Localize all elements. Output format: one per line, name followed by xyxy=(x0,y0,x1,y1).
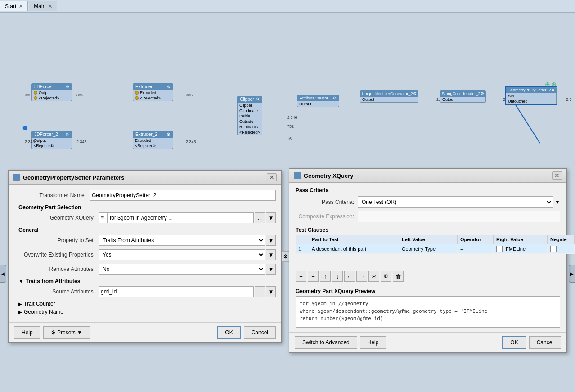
overwrite-row: Overwrite Existing Properties: Yes ▼ xyxy=(23,249,276,260)
traits-section-body: Source Attributes: ... ▼ xyxy=(23,286,276,297)
source-attributes-input[interactable] xyxy=(99,286,254,297)
general-section-label: General xyxy=(18,227,39,233)
trait-counter-label: Trait Counter xyxy=(24,301,55,307)
right-help-button[interactable]: Help xyxy=(360,336,386,349)
test-clauses-table: Part to Test Left Value Operator Right V… xyxy=(296,235,575,267)
left-dialog: GeometryPropertySetter Parameters ✕ Tran… xyxy=(8,170,282,343)
tab-start-close[interactable]: ✕ xyxy=(19,4,23,9)
td-negate-1[interactable] xyxy=(548,244,575,253)
canvas-area[interactable]: 3DForcer ⚙ Output <Rejected> 385 385 Ext… xyxy=(0,13,575,392)
source-attributes-dropdown[interactable]: ▼ xyxy=(266,286,276,297)
node-geompropertysetter[interactable]: ⊕ ⊕ GeometryPr...tySetter_2 ⚙ Set Untouc… xyxy=(505,86,557,105)
node-3dforcer2[interactable]: 🔵 3DForcer_2 ⚙ Output <Rejected> xyxy=(31,131,72,149)
badge-385-out: 385 xyxy=(76,93,83,97)
node-extruder2[interactable]: Extruder_2 ⚙ Extruded <Rejected> xyxy=(133,131,173,149)
node-geom-icon1[interactable]: ⊕ xyxy=(545,81,550,88)
node-extruder2-label: Extruder_2 xyxy=(135,132,157,137)
tab-start[interactable]: Start ✕ xyxy=(0,1,28,11)
right-dialog-content: Pass Criteria Pass Criteria: One Test (O… xyxy=(289,183,566,332)
toolbar-left-btn[interactable]: ← xyxy=(344,271,355,282)
toolbar-right-btn[interactable]: → xyxy=(356,271,367,282)
left-dialog-icon xyxy=(13,174,20,181)
remove-attr-select[interactable]: No xyxy=(99,264,265,275)
geometry-name-label: Geometry Name xyxy=(24,309,63,315)
property-to-set-select[interactable]: Traits From Attributes xyxy=(99,235,265,246)
node-3dforcer2-label: 3DForcer_2 xyxy=(34,132,58,137)
right-dialog-close[interactable]: ✕ xyxy=(552,171,562,180)
composite-expr-label: Composite Expression: xyxy=(296,213,354,220)
node-clipper[interactable]: Clipper ⚙ Clipper Candidate Inside Outsi… xyxy=(237,96,262,135)
th-num xyxy=(296,235,309,244)
toolbar-add-btn[interactable]: + xyxy=(296,271,306,282)
td-left-1[interactable]: Geometry Type xyxy=(399,245,458,253)
negate-checkbox-1[interactable] xyxy=(550,246,557,252)
toolbar-up-btn[interactable]: ↑ xyxy=(320,271,331,282)
geometry-part-selection-body: Geometry XQuery: ≡ ... ▼ xyxy=(23,212,276,223)
switch-advanced-button[interactable]: Switch to Advanced xyxy=(295,336,357,349)
node-geompropertysetter-label: GeometryPr...tySetter_2 xyxy=(508,88,551,92)
geometry-name-header[interactable]: ▶ Geometry Name xyxy=(18,309,276,315)
right-panel-handle[interactable]: ▶ xyxy=(569,265,575,283)
td-op-1[interactable]: = xyxy=(458,245,494,253)
badge-2346-clip: 2.346 xyxy=(287,115,297,120)
overwrite-dropdown[interactable]: ▼ xyxy=(266,249,276,260)
toolbar-remove-btn[interactable]: − xyxy=(308,271,319,282)
geometry-xquery-label: Geometry XQuery: xyxy=(23,215,95,221)
tab-bar: Start ✕ Main ✕ xyxy=(0,0,575,13)
toolbar-delete-btn[interactable]: 🗑 xyxy=(393,271,404,282)
remove-attr-field: No ▼ xyxy=(99,264,276,275)
test-clauses-section: Test Clauses Part to Test Left Value Ope… xyxy=(296,227,560,284)
node-attrcreator-label: AttributeCreator_3 xyxy=(300,96,333,100)
pass-criteria-select[interactable]: One Test (OR) xyxy=(358,196,553,208)
node-stringconcat[interactable]: StringCon...tenator_2 ⚙ Output xyxy=(440,90,486,103)
source-attributes-label: Source Attributes: xyxy=(23,288,95,295)
badge-16-clip: 16 xyxy=(287,136,292,141)
source-attributes-field: ... ▼ xyxy=(99,286,276,297)
composite-expr-input[interactable] xyxy=(358,211,560,222)
trait-counter-header[interactable]: ▶ Trait Counter xyxy=(18,301,276,307)
property-to-set-row: Property to Set: Traits From Attributes … xyxy=(23,235,276,246)
overwrite-select[interactable]: Yes xyxy=(99,249,265,260)
help-button[interactable]: Help xyxy=(14,326,40,339)
transformer-name-input[interactable] xyxy=(90,190,276,201)
pass-criteria-row: Pass Criteria: One Test (OR) ▼ xyxy=(296,196,560,208)
settings-handle[interactable]: ⚙ xyxy=(282,251,289,262)
tab-start-label: Start xyxy=(5,3,16,9)
presets-button[interactable]: ⚙ Presets ▼ xyxy=(43,326,90,339)
node-3dforcer[interactable]: 3DForcer ⚙ Output <Rejected> xyxy=(31,83,72,101)
toolbar-cut-btn[interactable]: ✂ xyxy=(368,271,379,282)
right-checkbox-1[interactable] xyxy=(496,246,503,252)
trait-counter-arrow: ▶ xyxy=(18,302,22,306)
toolbar-copy-btn[interactable]: ⧉ xyxy=(381,271,391,282)
tab-main[interactable]: Main ✕ xyxy=(29,1,57,11)
transformer-name-label: Transformer Name: xyxy=(14,192,86,198)
left-cancel-button[interactable]: Cancel xyxy=(244,326,276,339)
td-right-1[interactable]: IFMELine xyxy=(494,244,548,253)
property-to-set-dropdown[interactable]: ▼ xyxy=(266,235,276,246)
left-ok-button[interactable]: OK xyxy=(217,326,241,339)
right-ok-button[interactable]: OK xyxy=(502,336,526,349)
table-empty-row xyxy=(296,254,575,266)
source-attributes-edit-btn[interactable]: ... xyxy=(255,286,265,297)
presets-dropdown-arrow: ▼ xyxy=(77,329,82,336)
node-3dforcer-icon: ⚙ xyxy=(66,85,69,89)
geometry-xquery-input[interactable] xyxy=(108,212,254,223)
node-geom-icon2[interactable]: ⊕ xyxy=(551,81,557,88)
left-panel-handle[interactable]: ◀ xyxy=(0,265,6,283)
tab-main-close[interactable]: ✕ xyxy=(48,4,52,9)
toolbar-down-btn[interactable]: ↓ xyxy=(332,271,343,282)
geometry-xquery-dropdown[interactable]: ▼ xyxy=(266,212,276,223)
right-cancel-button[interactable]: Cancel xyxy=(529,336,561,349)
table-header: Part to Test Left Value Operator Right V… xyxy=(296,235,575,244)
remove-attr-dropdown[interactable]: ▼ xyxy=(266,264,276,275)
geometry-xquery-edit-button[interactable]: ... xyxy=(255,212,265,223)
remove-attr-label: Remove Attributes: xyxy=(23,266,95,272)
td-part-1[interactable]: A descendant of this part xyxy=(309,245,399,253)
table-row[interactable]: 1 A descendant of this part Geometry Typ… xyxy=(296,244,575,254)
node-uniqueid[interactable]: UniqueIdentifierGenerator_2 ⚙ Output xyxy=(360,90,418,103)
node-attrcreator[interactable]: AttributeCreator_3 ⚙ Output xyxy=(297,95,339,107)
overwrite-label: Overwrite Existing Properties: xyxy=(23,252,95,258)
left-dialog-close[interactable]: ✕ xyxy=(267,173,277,181)
traits-section-header[interactable]: ▼ Traits from Attributes xyxy=(18,278,276,284)
node-extruder[interactable]: Extruder ⚙ Extruded <Rejected> xyxy=(133,83,173,101)
